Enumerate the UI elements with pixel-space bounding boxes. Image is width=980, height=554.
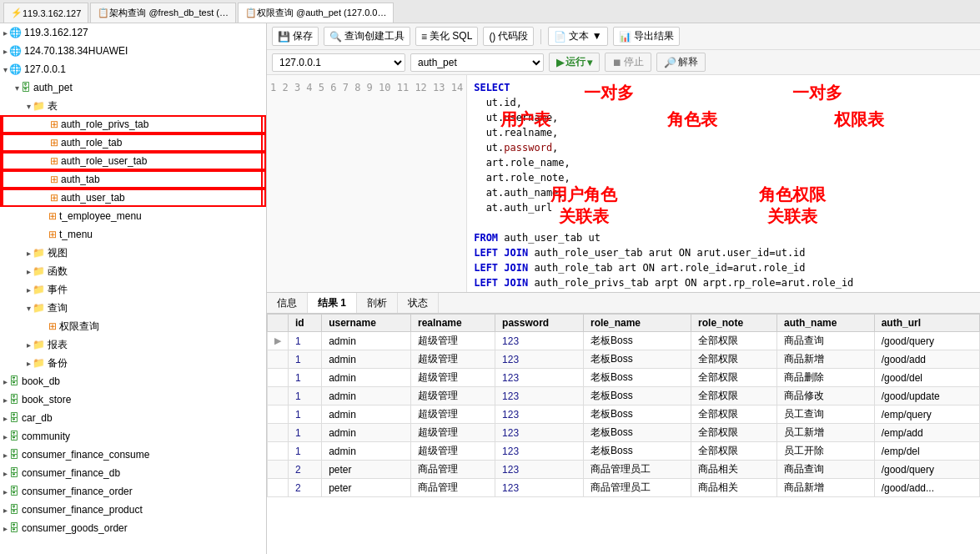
- explain-label: 解释: [678, 55, 698, 69]
- expand-arrow: ▸: [3, 414, 8, 423]
- host-select[interactable]: 127.0.0.1: [272, 53, 405, 72]
- sidebar-label: car_db: [22, 412, 53, 424]
- cell-password: 123: [495, 387, 584, 405]
- cell-username: admin: [322, 369, 411, 387]
- row-indicator: [268, 405, 289, 424]
- sidebar-item-6[interactable]: ⊞auth_role_tab: [0, 133, 266, 152]
- db-icon: 🗄: [21, 82, 31, 93]
- stop-button[interactable]: ⏹ 停止: [605, 53, 651, 72]
- sidebar-item-1[interactable]: ▸🌐124.70.138.34HUAWEI: [0, 42, 266, 60]
- table-row[interactable]: 1admin超级管理123老板Boss全部权限商品新增/good/add: [268, 350, 980, 369]
- tab-1[interactable]: 📋 架构查询 @fresh_db_test (…: [90, 3, 236, 23]
- table-row[interactable]: 1admin超级管理123老板Boss全部权限商品删除/good/del: [268, 369, 980, 387]
- cell-realname: 商品管理: [411, 479, 495, 497]
- sidebar-item-5[interactable]: ⊞auth_role_privs_tab: [0, 115, 266, 133]
- export-button[interactable]: 📊 导出结果: [613, 27, 680, 46]
- sidebar-item-7[interactable]: ⊞auth_role_user_tab: [0, 152, 266, 170]
- table-row[interactable]: 1admin超级管理123老板Boss全部权限员工新增/emp/add: [268, 424, 980, 442]
- cell-id: 1: [289, 332, 322, 350]
- sidebar-label: consumer_finance_consume: [22, 449, 149, 461]
- cell-password: 123: [495, 442, 584, 461]
- db-select[interactable]: auth_pet: [410, 53, 544, 72]
- run-button[interactable]: ▶ 运行 ▾: [549, 53, 600, 72]
- sidebar-label: 127.0.0.1: [24, 63, 66, 75]
- tab-result1[interactable]: 结果 1: [308, 293, 357, 313]
- row-indicator: [268, 461, 289, 479]
- sidebar-item-16[interactable]: ⊞权限查询: [0, 317, 266, 335]
- cell-role_note: 全部权限: [691, 332, 777, 350]
- sidebar-item-8[interactable]: ⊞auth_tab: [0, 170, 266, 189]
- db-icon: 🗄: [9, 394, 19, 405]
- sidebar-item-17[interactable]: ▸📁报表: [0, 335, 266, 354]
- code-editor[interactable]: SELECT ut.id, ut.username, ut.realname, …: [467, 75, 980, 292]
- col-username: username: [322, 315, 411, 332]
- code-icon: (): [489, 31, 495, 43]
- save-icon: 💾: [278, 31, 290, 43]
- tab-0[interactable]: ⚡ 119.3.162.127: [3, 3, 88, 23]
- table-icon: ⊞: [50, 155, 58, 167]
- sidebar-item-10[interactable]: ⊞t_employee_menu: [0, 207, 266, 225]
- save-button[interactable]: 💾 保存: [272, 27, 319, 46]
- sidebar-label: 视图: [48, 246, 68, 260]
- cell-realname: 商品管理: [411, 461, 495, 479]
- tab-icon-2: 📋: [245, 8, 257, 18]
- col-role_note: role_note: [691, 315, 777, 332]
- sidebar-item-19[interactable]: ▸🗄book_db: [0, 372, 266, 390]
- cell-auth_url: /emp/query: [874, 405, 979, 424]
- col-auth_url: auth_url: [874, 315, 979, 332]
- cell-role_name: 商品管理员工: [584, 461, 691, 479]
- query-tool-icon: 🔍: [329, 31, 342, 43]
- table-row[interactable]: 2peter商品管理123商品管理员工商品相关商品查询/good/query: [268, 461, 980, 479]
- sidebar-item-4[interactable]: ▾📁表: [0, 97, 266, 115]
- table-row[interactable]: 2peter商品管理123商品管理员工商品相关商品新增/good/add...: [268, 479, 980, 497]
- expand-arrow: ▾: [3, 65, 8, 74]
- cell-realname: 超级管理: [411, 387, 495, 405]
- sidebar-item-20[interactable]: ▸🗄book_store: [0, 390, 266, 409]
- cell-realname: 超级管理: [411, 350, 495, 369]
- folder-icon: 📁: [33, 357, 45, 369]
- sidebar-item-2[interactable]: ▾🌐127.0.0.1: [0, 60, 266, 78]
- code-snippet-button[interactable]: () 代码段: [483, 27, 534, 46]
- sidebar-item-18[interactable]: ▸📁备份: [0, 354, 266, 372]
- sidebar-item-3[interactable]: ▾🗄auth_pet: [0, 78, 266, 97]
- sidebar-item-12[interactable]: ▸📁视图: [0, 244, 266, 262]
- sidebar-label: auth_tab: [61, 174, 100, 185]
- text-button[interactable]: 📄 文本 ▼: [548, 27, 607, 46]
- table-row[interactable]: ▶1admin超级管理123老板Boss全部权限商品查询/good/query: [268, 332, 980, 350]
- tab-2[interactable]: 📋 权限查询 @auth_pet (127.0.0…: [238, 3, 394, 23]
- sidebar-item-25[interactable]: ▸🗄consumer_finance_order: [0, 482, 266, 501]
- text-icon: 📄: [554, 31, 566, 43]
- beautify-sql-button[interactable]: ≡ 美化 SQL: [415, 27, 478, 46]
- sidebar-item-21[interactable]: ▸🗄car_db: [0, 409, 266, 427]
- table-row[interactable]: 1admin超级管理123老板Boss全部权限员工查询/emp/query: [268, 405, 980, 424]
- tab-status[interactable]: 状态: [398, 293, 439, 313]
- cell-auth_url: /good/query: [874, 461, 979, 479]
- tab-profile[interactable]: 剖析: [357, 293, 398, 313]
- sidebar-item-26[interactable]: ▸🗄consumer_finance_product: [0, 501, 266, 519]
- cell-role_note: 商品相关: [691, 479, 777, 497]
- sidebar-item-24[interactable]: ▸🗄consumer_finance_db: [0, 464, 266, 482]
- tab-info[interactable]: 信息: [267, 293, 308, 313]
- sidebar-item-15[interactable]: ▾📁查询: [0, 299, 266, 317]
- net-icon: 🌐: [9, 63, 22, 75]
- sidebar-item-0[interactable]: ▸🌐119.3.162.127: [0, 23, 266, 42]
- expand-arrow: ▸: [3, 432, 8, 441]
- cell-auth_name: 商品修改: [777, 387, 875, 405]
- sidebar-item-27[interactable]: ▸🗄consumer_goods_order: [0, 519, 266, 537]
- cell-role_name: 老板Boss: [584, 442, 691, 461]
- sidebar-item-11[interactable]: ⊞t_menu: [0, 225, 266, 244]
- sidebar-item-22[interactable]: ▸🗄community: [0, 427, 266, 446]
- explain-button[interactable]: 🔎 解释: [656, 53, 706, 72]
- sidebar-item-13[interactable]: ▸📁函数: [0, 262, 266, 280]
- sidebar-label: book_db: [22, 375, 60, 387]
- table-row[interactable]: 1admin超级管理123老板Boss全部权限员工开除/emp/del: [268, 442, 980, 461]
- editor-area: 1 2 3 4 5 6 7 8 9 10 11 12 13 14 SELECT …: [267, 75, 980, 292]
- cell-role_name: 老板Boss: [584, 387, 691, 405]
- cell-role_name: 老板Boss: [584, 332, 691, 350]
- sidebar-item-9[interactable]: ⊞auth_user_tab: [0, 189, 266, 207]
- query-tool-button[interactable]: 🔍 查询创建工具: [324, 27, 410, 46]
- sidebar-item-23[interactable]: ▸🗄consumer_finance_consume: [0, 446, 266, 464]
- sidebar-item-14[interactable]: ▸📁事件: [0, 280, 266, 299]
- expand-arrow: ▾: [27, 102, 31, 111]
- table-row[interactable]: 1admin超级管理123老板Boss全部权限商品修改/good/update: [268, 387, 980, 405]
